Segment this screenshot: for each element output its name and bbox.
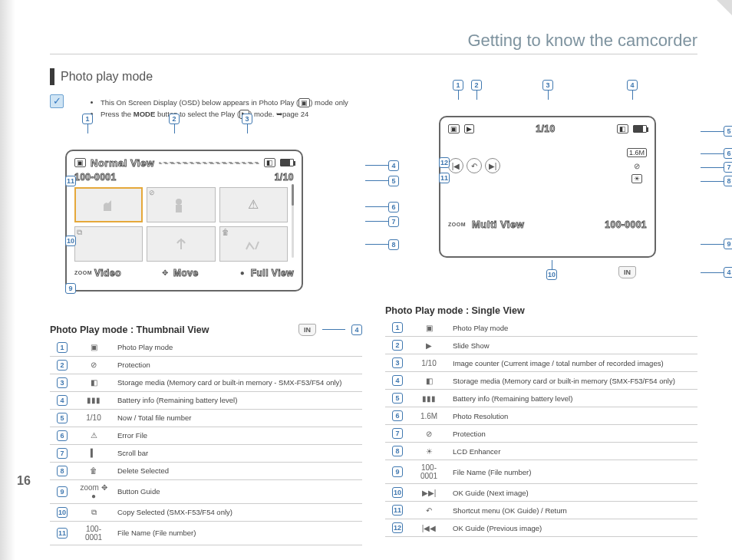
view-title: Normal View	[91, 157, 154, 169]
thumb-5	[147, 226, 215, 262]
counter-icon: 1/10	[86, 413, 101, 422]
storage-chip-icon: ◧	[264, 158, 275, 167]
legend-num: 11	[57, 528, 68, 539]
lcd-enhancer-icon: ☀	[426, 447, 433, 456]
photo-play-glyph: ▣	[298, 98, 310, 107]
battery-icon: ▮▮▮	[422, 394, 436, 403]
svg-point-0	[176, 199, 182, 205]
legend-num: 10	[392, 487, 403, 498]
legend-desc: Photo Play mode	[448, 319, 697, 337]
filename-icon: 100-0001	[85, 525, 102, 542]
legend-num: 7	[392, 428, 403, 439]
legend-desc: Protection	[448, 425, 697, 443]
photo-play-icon: ▣	[91, 343, 97, 351]
legend-num: 8	[57, 466, 68, 476]
left-column: ✓ This On Screen Display (OSD) below app…	[50, 94, 362, 545]
slideshow-icon: ▶	[426, 341, 432, 350]
button-guide: ZOOM Video ✥ Move ● Full View	[74, 268, 294, 278]
legend-desc: Copy Selected (SMX-F53/F54 only)	[113, 503, 362, 521]
protection-icon: ⊘	[631, 161, 643, 170]
lcd-enhancer-icon: ☀	[631, 174, 642, 183]
storage-icon: ◧	[91, 378, 97, 387]
img-counter: 1/10	[536, 124, 555, 134]
storage-icon: ◧	[426, 377, 433, 385]
legend-num: 12	[392, 522, 403, 533]
protection-icon: ⊘	[426, 430, 432, 438]
legend-num: 2	[392, 340, 403, 351]
legend-num: 8	[392, 446, 403, 456]
legend-desc: Storage media (Memory card or built-in m…	[113, 374, 362, 391]
legend-num: 10	[57, 507, 68, 518]
legend-desc: Battery info (Remaining battery level)	[448, 390, 697, 407]
legend-num: 3	[57, 377, 68, 388]
legend-num: 2	[57, 360, 68, 371]
protection-icon: ⊘	[91, 361, 97, 369]
thumb-6: 🗑	[219, 226, 288, 262]
next-icon: ▶▶|	[422, 489, 437, 497]
legend-desc: Shortcut menu (OK Guide) / Return	[448, 502, 697, 519]
legend-desc: Button Guide	[113, 479, 362, 503]
photo-play-icon: ▣	[426, 324, 433, 332]
legend-desc: Delete Selected	[113, 462, 362, 479]
legend-desc: Protection	[113, 356, 362, 374]
thumb-2: ⊘	[147, 187, 215, 222]
scroll-bar	[292, 184, 294, 258]
c-3: 3	[242, 114, 252, 124]
section-title: Photo play mode	[50, 68, 697, 85]
single-view-title: Photo Play mode : Single View	[385, 305, 525, 316]
legend-num: 9	[392, 466, 403, 477]
legend-num: 4	[392, 375, 403, 386]
notice-list: This On Screen Display (OSD) below appea…	[91, 97, 348, 120]
prev-icon: |◀	[448, 158, 463, 173]
button-guide-icon: zoom ✥ ●	[80, 483, 107, 500]
mode-icon: ▣	[448, 124, 460, 133]
legend-num: 7	[57, 448, 68, 459]
battery-icon	[633, 125, 647, 133]
legend-desc: Slide Show	[448, 337, 697, 354]
legend-desc: Photo Resolution	[448, 407, 697, 425]
thumb-4: ⧉	[74, 226, 143, 262]
multi-view-label: Multi View	[472, 219, 524, 230]
storage-chip-icon: ◧	[617, 124, 628, 133]
thumb-3: ⚠	[219, 187, 288, 222]
prev-icon: |◀◀	[422, 524, 437, 532]
legend-num: 9	[57, 486, 68, 497]
legend-num: 4	[57, 395, 68, 406]
copy-icon: ⧉	[91, 508, 97, 516]
legend-desc: Error File	[113, 427, 362, 444]
legend-num: 3	[392, 357, 403, 368]
legend-desc: Now / Total file number	[113, 409, 362, 427]
legend-desc: OK Guide (Next image)	[448, 484, 697, 502]
check-icon: ✓	[50, 94, 64, 108]
next-icon: ▶|	[485, 158, 500, 173]
legend-desc: File Name (File number)	[113, 521, 362, 545]
battery-icon	[280, 159, 294, 166]
legend-desc: Image counter (Current image / total num…	[448, 354, 697, 372]
legend-num: 5	[57, 413, 68, 423]
c-1: 1	[82, 114, 93, 124]
osd-thumbnail: ▣ Normal View ◧ 100-0001 1/10	[65, 150, 303, 292]
resolution-icon: 1.6M	[627, 148, 647, 157]
scrollbar-icon: ▍	[91, 449, 97, 457]
legend-desc: Storage media (Memory card or built-in m…	[448, 372, 697, 390]
right-column: 1 2 3 4 ▣ ▶ 1/10 ◧	[385, 94, 697, 545]
delete-icon: 🗑	[90, 466, 97, 475]
legend-num: 5	[392, 393, 403, 404]
error-icon: ⚠	[91, 431, 97, 440]
file-label: 100-0001	[605, 219, 647, 230]
legend-desc: LCD Enhancer	[448, 443, 697, 460]
battery-icon: ▮▮▮	[87, 396, 101, 404]
legend-desc: File Name (File number)	[448, 460, 697, 484]
legend-desc: OK Guide (Previous image)	[448, 519, 697, 537]
osd-single: ▣ ▶ 1/10 ◧ |◀ ↶ ▶|	[439, 116, 656, 258]
legend-desc: Photo Play mode	[113, 339, 362, 357]
legend-desc: Battery info (Remaining battery level)	[113, 391, 362, 409]
resolution-icon: 1.6M	[420, 412, 437, 420]
mode-icon: ▣	[74, 158, 86, 167]
legend-num: 6	[57, 430, 68, 441]
storage-badge: IN	[298, 324, 316, 336]
legend-num: 11	[392, 505, 403, 516]
single-legend-table: 1▣Photo Play mode2▶Slide Show31/10Image …	[385, 319, 697, 537]
return-icon: ↶	[467, 158, 482, 173]
slide-icon: ▶	[464, 124, 474, 133]
